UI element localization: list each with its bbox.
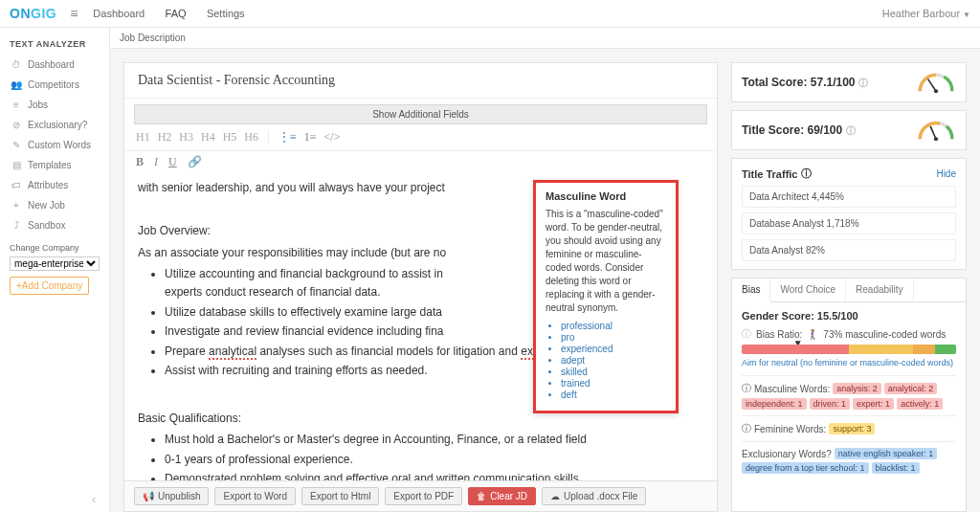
sidebar-item-dashboard[interactable]: ⏱Dashboard — [0, 55, 109, 75]
gender-icon: 🚶‍♀️ — [807, 329, 818, 340]
info-icon[interactable]: ⓘ — [742, 422, 751, 435]
sidebar-title: TEXT ANALYZER — [0, 35, 109, 55]
heading-h1-button[interactable]: H1 — [136, 130, 150, 145]
word-chip[interactable]: analytical: 2 — [884, 383, 938, 394]
tooltip-title: Masculine Word — [546, 190, 666, 202]
synonym-link[interactable]: trained — [561, 378, 666, 389]
heading-h5-button[interactable]: H5 — [223, 130, 237, 145]
custom-words-icon: ✎ — [10, 140, 23, 150]
nav-dashboard[interactable]: Dashboard — [93, 8, 145, 19]
sidebar-item-sandbox[interactable]: ⤴Sandbox — [0, 215, 109, 235]
heading-h6-button[interactable]: H6 — [244, 130, 258, 145]
sidebar-item-templates[interactable]: ▤Templates — [0, 155, 109, 175]
title-score-box: Title Score: 69/100 ⓘ — [731, 110, 967, 150]
italic-icon[interactable]: I — [154, 155, 158, 168]
sidebar-item-label: Exclusionary? — [28, 120, 87, 130]
synonym-link[interactable]: adept — [561, 355, 666, 366]
traffic-row[interactable]: Database Analyst 1,718% — [742, 212, 956, 234]
synonym-link[interactable]: professional — [561, 321, 666, 331]
export-word-button[interactable]: Export to Word — [214, 487, 296, 505]
sidebar-item-competitors[interactable]: 👥Competitors — [0, 75, 109, 95]
export-html-button[interactable]: Export to Html — [301, 487, 379, 505]
bullet-list-icon[interactable]: ⋮≡ — [278, 130, 297, 145]
add-company-button[interactable]: +Add Company — [10, 277, 89, 295]
nav-settings[interactable]: Settings — [207, 8, 245, 19]
hide-link[interactable]: Hide — [936, 168, 956, 179]
underline-icon[interactable]: U — [168, 155, 177, 168]
sidebar-item-attributes[interactable]: 🏷Attributes — [0, 175, 109, 195]
masculine-word-tooltip: Masculine Word This is a "masculine-code… — [533, 180, 679, 413]
sidebar-item-custom-words[interactable]: ✎Custom Words — [0, 135, 109, 155]
list-item: 0-1 years of professional experience. — [165, 451, 703, 469]
heading-h4-button[interactable]: H4 — [201, 130, 215, 145]
word-chip[interactable]: expert: 1 — [853, 398, 894, 410]
logo: ONGIG — [10, 6, 56, 21]
heading-h3-button[interactable]: H3 — [179, 130, 193, 145]
dashboard-icon: ⏱ — [10, 59, 23, 70]
sidebar-item-jobs[interactable]: ≡Jobs — [0, 95, 109, 115]
tab-readability[interactable]: Readability — [846, 278, 913, 301]
total-score-box: Total Score: 57.1/100 ⓘ — [731, 62, 967, 102]
svg-line-2 — [930, 126, 936, 139]
collapse-sidebar-icon[interactable]: ‹ — [92, 493, 96, 506]
word-chip[interactable]: analysis: 2 — [833, 383, 881, 394]
sidebar-item-new-job[interactable]: +New Job — [0, 195, 109, 215]
nav-faq[interactable]: FAQ — [166, 8, 187, 19]
clear-jd-button[interactable]: 🗑 Clear JD — [468, 487, 536, 505]
info-icon[interactable]: ⓘ — [742, 327, 751, 341]
tab-bias[interactable]: Bias — [732, 278, 770, 302]
editor-footer: 📢 Unpublish Export to Word Export to Htm… — [124, 480, 717, 511]
word-chip[interactable]: support: 3 — [829, 423, 875, 434]
word-chip[interactable]: degree from a top tier school: 1 — [742, 462, 869, 474]
svg-point-1 — [934, 89, 938, 93]
doc-text: with senior leadership, and you will alw… — [138, 181, 445, 194]
bold-icon[interactable]: B — [136, 155, 144, 168]
aim-neutral-link[interactable]: Aim for neutral (no feminine or masculin… — [742, 358, 956, 367]
user-name: Heather Barbour — [882, 8, 960, 19]
traffic-row[interactable]: Data Analyst 82% — [742, 239, 956, 261]
sidebar-item-label: New Job — [28, 200, 65, 211]
word-chip[interactable]: driven: 1 — [810, 398, 851, 410]
gauge-icon — [916, 71, 956, 94]
company-select[interactable]: mega-enterprises — [10, 256, 100, 271]
info-icon[interactable]: ⓘ — [858, 78, 868, 88]
synonym-link[interactable]: experienced — [561, 344, 666, 354]
synonym-link[interactable]: deft — [561, 390, 666, 400]
svg-line-0 — [928, 79, 936, 92]
word-chip[interactable]: native english speaker: 1 — [835, 448, 938, 459]
bias-bar — [742, 345, 956, 354]
tooltip-body: This is a "masculine-coded" word. To be … — [546, 208, 666, 315]
show-additional-fields-button[interactable]: Show Additional Fields — [134, 104, 707, 124]
traffic-row[interactable]: Data Architect 4,445% — [742, 186, 956, 208]
editor-panel: Data Scientist - Forensic Accounting Sho… — [123, 62, 718, 512]
analysis-box: Bias Word Choice Readability Gender Scor… — [731, 278, 967, 512]
info-icon[interactable]: ⓘ — [801, 167, 812, 181]
attributes-icon: 🏷 — [10, 180, 23, 190]
info-icon[interactable]: ⓘ — [742, 382, 751, 395]
export-pdf-button[interactable]: Export to PDF — [385, 487, 462, 505]
sidebar-nav: ⏱Dashboard 👥Competitors ≡Jobs ⊘Exclusion… — [0, 55, 109, 235]
feminine-words-label: Feminine Words: — [754, 424, 826, 434]
breadcrumb: Job Description — [110, 28, 980, 49]
upload-docx-button[interactable]: ☁ Upload .docx File — [542, 487, 646, 505]
sandbox-icon: ⤴ — [10, 220, 23, 231]
sidebar-item-exclusionary[interactable]: ⊘Exclusionary? — [0, 115, 109, 135]
svg-point-3 — [934, 137, 938, 141]
synonym-link[interactable]: skilled — [561, 367, 666, 377]
competitors-icon: 👥 — [10, 79, 23, 90]
word-chip[interactable]: independent: 1 — [742, 398, 807, 410]
tab-word-choice[interactable]: Word Choice — [770, 278, 846, 301]
code-icon[interactable]: </> — [324, 130, 341, 145]
word-chip[interactable]: actively: 1 — [897, 398, 943, 410]
job-title: Data Scientist - Forensic Accounting — [124, 63, 717, 99]
heading-h2-button[interactable]: H2 — [158, 130, 172, 145]
editor-toolbar: H1 H2 H3 H4 H5 H6 ⋮≡ 1≡ </> — [124, 124, 717, 151]
info-icon[interactable]: ⓘ — [846, 125, 856, 136]
user-menu[interactable]: Heather Barbour▼ — [882, 8, 970, 19]
hamburger-icon[interactable]: ≡ — [70, 6, 78, 21]
numbered-list-icon[interactable]: 1≡ — [304, 130, 317, 145]
unpublish-button[interactable]: 📢 Unpublish — [134, 487, 209, 505]
word-chip[interactable]: blacklist: 1 — [872, 462, 920, 474]
link-icon[interactable]: 🔗 — [188, 155, 202, 168]
synonym-link[interactable]: pro — [561, 332, 666, 343]
